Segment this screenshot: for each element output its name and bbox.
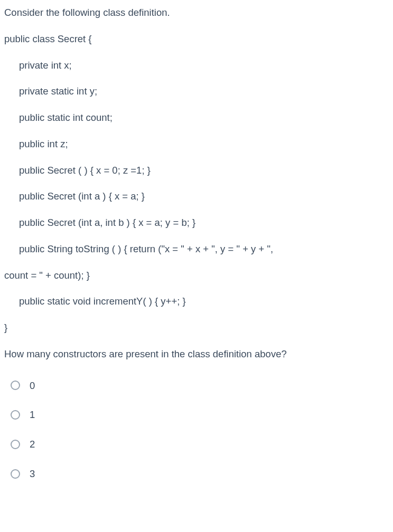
code-line-class-open: public class Secret {	[4, 32, 389, 46]
radio-icon[interactable]	[11, 469, 20, 479]
option-1[interactable]: 1	[11, 407, 389, 422]
option-label: 2	[30, 437, 35, 452]
code-line-class-close: }	[4, 320, 389, 335]
radio-icon[interactable]	[11, 440, 20, 449]
code-line-tostring-b: count = " + count); }	[4, 268, 389, 283]
option-label: 0	[30, 378, 35, 393]
code-line-field-count: public static int count;	[4, 110, 389, 125]
option-2[interactable]: 2	[11, 437, 389, 452]
options-group: 0 1 2 3	[4, 378, 389, 481]
question-intro: Consider the following class definition.	[4, 5, 389, 20]
question-prompt: How many constructors are present in the…	[4, 347, 389, 362]
code-line-field-z: public int z;	[4, 137, 389, 151]
option-0[interactable]: 0	[11, 378, 389, 393]
code-line-tostring-a: public String toString ( ) { return ("x …	[4, 242, 389, 256]
radio-icon[interactable]	[11, 381, 20, 390]
option-label: 1	[30, 407, 35, 422]
code-line-ctor-0: public Secret ( ) { x = 0; z =1; }	[4, 163, 389, 178]
code-line-ctor-2: public Secret (int a, int b ) { x = a; y…	[4, 215, 389, 230]
radio-icon[interactable]	[11, 410, 20, 420]
option-3[interactable]: 3	[11, 467, 389, 481]
code-line-ctor-1: public Secret (int a ) { x = a; }	[4, 189, 389, 204]
code-line-field-x: private int x;	[4, 58, 389, 73]
code-line-incrementy: public static void incrementY( ) { y++; …	[4, 294, 389, 309]
option-label: 3	[30, 467, 35, 481]
code-line-field-y: private static int y;	[4, 84, 389, 99]
